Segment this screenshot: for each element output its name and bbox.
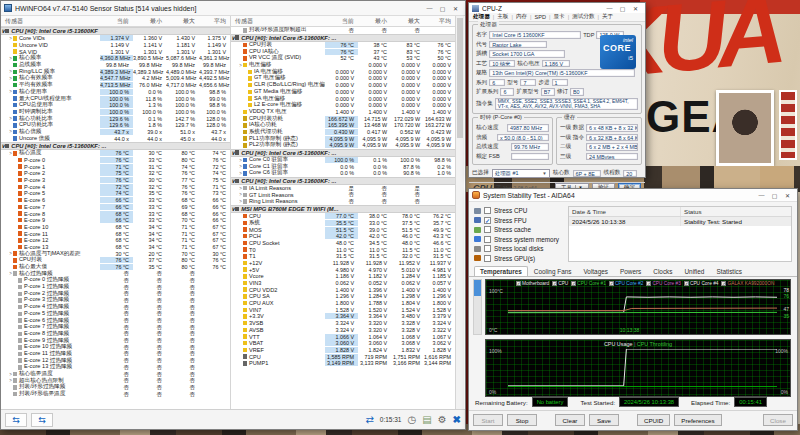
- checkbox-unchecked[interactable]: [484, 255, 491, 262]
- tab-clocks[interactable]: Clocks: [647, 266, 678, 276]
- sensor-row[interactable]: +5V4.980 V4.970 V5.010 V4.981 V: [231, 266, 455, 273]
- sensor-row[interactable]: 3VSB3.324 V3.320 V3.328 V3.324 V: [231, 320, 455, 327]
- sensor-section-row[interactable]: ∨CPU [#0]: Intel Core i5-13600KF: ...: [231, 177, 455, 185]
- preferences-button[interactable]: Preferences: [674, 414, 721, 426]
- sensor-row[interactable]: P-core 574 °C35 °C76 °C73 °C: [1, 190, 230, 197]
- legend-item[interactable]: ✓CPU: [552, 281, 568, 286]
- legend-checkbox[interactable]: ✓: [571, 281, 576, 286]
- sensor-row[interactable]: Vcore1.186 V1.182 V1.284 V1.185 V: [231, 273, 455, 280]
- legend-checkbox[interactable]: ✓: [646, 281, 651, 286]
- sensor-row[interactable]: E-core 966 °C33 °C70 °C66 °C: [1, 217, 230, 224]
- col-sensor[interactable]: 传感器: [1, 17, 100, 26]
- processor-select[interactable]: 处理器 #1 ▼: [492, 169, 550, 178]
- sensor-row[interactable]: +12V11.928 V11.928 V11.952 V11.937 V: [231, 260, 455, 267]
- hwinfo-titlebar[interactable]: HWiNFO64 v7.47-5140 Sensor Status [514 v…: [1, 1, 465, 16]
- legend-checkbox[interactable]: ✓: [684, 281, 689, 286]
- tab-关于[interactable]: 关于: [602, 13, 613, 21]
- sensor-row[interactable]: CPU VDD21.400 V1.396 V1.400 V1.400 V: [231, 286, 455, 293]
- cpuid-button[interactable]: CPUID: [637, 414, 670, 426]
- sensor-row[interactable]: VIN71.528 V1.520 V1.524 V1.528 V: [231, 306, 455, 313]
- tab-temperatures[interactable]: Temperatures: [474, 266, 528, 276]
- stress-option[interactable]: Stress cache: [474, 225, 562, 235]
- sensor-row[interactable]: +3.3V3.364 V3.364 V3.480 V3.379 V: [231, 313, 455, 320]
- settings-gear-icon[interactable]: [438, 414, 447, 425]
- sensor-row[interactable]: P-core 472 °C32 °C76 °C71 °C: [1, 183, 230, 190]
- col-current[interactable]: 当前: [325, 17, 358, 26]
- sensor-row[interactable]: P-core 376 °C30 °C77 °C75 °C: [1, 177, 230, 184]
- sensor-row[interactable]: P-core 171 °C31 °C74 °C72 °C: [1, 163, 230, 170]
- tab-显卡[interactable]: 显卡: [553, 13, 564, 21]
- chart-scrollbar[interactable]: [473, 279, 482, 335]
- stress-option[interactable]: Stress local disks: [474, 244, 562, 254]
- tab-内存[interactable]: 内存: [516, 13, 527, 21]
- close-icon[interactable]: [449, 3, 462, 13]
- layout-button[interactable]: [31, 413, 53, 427]
- legend-checkbox[interactable]: ✓: [721, 281, 726, 286]
- checkbox-unchecked[interactable]: [484, 207, 491, 214]
- checkbox-unchecked[interactable]: [484, 226, 491, 233]
- legend-item[interactable]: ✓Motherboard: [516, 281, 549, 286]
- legend-checkbox[interactable]: ✓: [516, 281, 521, 286]
- maximize-icon[interactable]: [768, 190, 781, 200]
- stress-option[interactable]: ✓Stress FPU: [474, 216, 562, 226]
- col-min[interactable]: 最小: [358, 17, 391, 26]
- sensor-section-row[interactable]: ∨MSI MPG B760M EDGE TI WIFI (M...: [231, 205, 455, 213]
- sensor-row[interactable]: MOS51.5 °C39.0 °C51.5 °C49.9 °C: [231, 226, 455, 233]
- col-avg[interactable]: 平均: [424, 17, 455, 26]
- column-headers[interactable]: 传感器 当前 最小 最大 平均: [1, 16, 230, 27]
- col-status[interactable]: Status: [681, 207, 705, 216]
- legend-item[interactable]: ✓CPU Core #1: [571, 281, 606, 286]
- col-sensor[interactable]: 传感器: [231, 17, 325, 26]
- minimize-icon[interactable]: [423, 3, 436, 13]
- maximize-icon[interactable]: [436, 3, 449, 13]
- sensor-row[interactable]: E-core 1168 °C34 °C71 °C67 °C: [1, 230, 230, 237]
- vertical-scrollbar[interactable]: [456, 16, 464, 409]
- sensor-row[interactable]: >Ring Limit Reasons否否否: [231, 198, 455, 205]
- cpuz-titlebar[interactable]: CPU-Z: [469, 3, 645, 13]
- sensor-row[interactable]: PUMP13,149 RPM3,133 RPM3,166 RPM3,144 RP…: [231, 360, 455, 367]
- sensor-section-row[interactable]: ∨CPU [#0]: Intel Core i5-13600KF: [1, 27, 230, 35]
- sensor-row[interactable]: >Core C6 驻留率0.0 %0.0 %90.8 %1.0 %: [231, 170, 455, 177]
- sensor-row[interactable]: E-core 666 °C33 °C68 °C66 °C: [1, 197, 230, 204]
- tab-测试分数[interactable]: 测试分数: [572, 13, 594, 21]
- sensor-row[interactable]: Uncore 倍频44.0 x44.0 x45.0 x44.0 x: [1, 135, 230, 142]
- sensor-row[interactable]: >Core VIDs1.374 V1.360 V1.430 V1.375 V: [1, 35, 230, 42]
- aida64-titlebar[interactable]: System Stability Test - AIDA64: [469, 189, 797, 202]
- table-row[interactable]: 2024/5/26 10:13:38Stability Test: Starte…: [569, 217, 791, 226]
- share-icon[interactable]: [365, 414, 373, 425]
- col-max[interactable]: 最大: [391, 17, 424, 26]
- sensor-row[interactable]: 封装/环形温度限制超出否否否: [231, 27, 455, 34]
- sensor-row[interactable]: 封装/环形临界温度否否否: [1, 391, 230, 398]
- legend-checkbox[interactable]: ✓: [609, 281, 614, 286]
- maximize-icon[interactable]: [616, 3, 629, 13]
- sensor-row[interactable]: E-core 766 °C33 °C69 °C66 °C: [1, 204, 230, 211]
- clock-icon[interactable]: [407, 414, 416, 425]
- sensor-row[interactable]: P-core 275 °C32 °C76 °C74 °C: [1, 170, 230, 177]
- sensor-row[interactable]: P-core 076 °C33 °C80 °C76 °C: [1, 157, 230, 164]
- close-icon[interactable]: [781, 190, 794, 200]
- sensor-row[interactable]: T011.0 °C11.0 °C11.5 °C11.0 °C: [231, 246, 455, 253]
- tab-处理器[interactable]: 处理器: [473, 13, 490, 21]
- report-icon[interactable]: [422, 414, 431, 425]
- sensor-row[interactable]: VIN30.062 V0.052 V0.062 V0.057 V: [231, 280, 455, 287]
- close-sensors-icon[interactable]: [453, 414, 461, 425]
- col-date-time[interactable]: Date & Time: [569, 207, 681, 216]
- sensor-row[interactable]: VREF1.828 V1.824 V1.832 V1.828 V: [231, 347, 455, 354]
- tab-voltages[interactable]: Voltages: [577, 266, 614, 276]
- column-headers[interactable]: 传感器 当前 最小 最大 平均: [231, 16, 455, 27]
- sensor-row[interactable]: VTT1.066 V1.064 V1.068 V1.067 V: [231, 333, 455, 340]
- minimize-icon[interactable]: [603, 3, 616, 13]
- stress-option[interactable]: Stress CPU: [474, 206, 562, 216]
- checkbox-unchecked[interactable]: [484, 236, 491, 243]
- sensor-row[interactable]: E-core 1068 °C34 °C71 °C67 °C: [1, 224, 230, 231]
- legend-checkbox[interactable]: ✓: [552, 281, 557, 286]
- sensor-row[interactable]: PL2功率限制 (静态)4,095.9 W4,095.9 W4,095.9 W4…: [231, 142, 455, 149]
- legend-item[interactable]: ✓CPU Core #2: [609, 281, 644, 286]
- sensor-row[interactable]: 系统35.5 °C33.0 °C37.5 °C35.7 °C: [231, 220, 455, 227]
- legend-item[interactable]: ✓CPU Core #4: [684, 281, 719, 286]
- sensor-row[interactable]: CPU AUX1.800 V1.788 V1.804 V1.800 V: [231, 300, 455, 307]
- sensor-row[interactable]: Uncore VID1.149 V1.141 V1.181 V1.149 V: [1, 42, 230, 49]
- stop-button[interactable]: Stop: [507, 414, 537, 426]
- tab-statistics[interactable]: Statistics: [710, 266, 748, 276]
- tab-unified[interactable]: Unified: [678, 266, 710, 276]
